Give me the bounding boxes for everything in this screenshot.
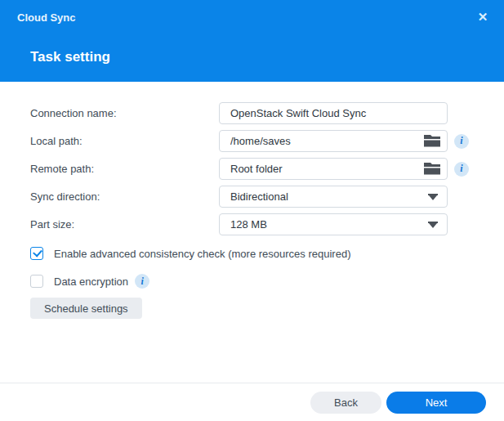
consistency-check-label: Enable advanced consistency check (more … bbox=[54, 248, 350, 260]
data-encryption-label: Data encryption bbox=[54, 275, 128, 288]
back-button[interactable]: Back bbox=[310, 392, 381, 414]
sync-direction-label: Sync direction: bbox=[30, 190, 219, 203]
connection-name-field-wrap bbox=[219, 102, 448, 124]
consistency-check-checkbox[interactable] bbox=[30, 247, 43, 260]
connection-name-input[interactable] bbox=[220, 107, 447, 119]
next-button[interactable]: Next bbox=[386, 392, 486, 414]
remote-path-input[interactable] bbox=[220, 163, 447, 175]
data-encryption-row: Data encryption i bbox=[30, 274, 149, 289]
sync-direction-value: Bidirectional bbox=[220, 190, 288, 203]
consistency-check-row: Enable advanced consistency check (more … bbox=[30, 246, 350, 261]
local-path-label: Local path: bbox=[30, 135, 219, 147]
connection-name-label: Connection name: bbox=[30, 107, 219, 119]
remote-path-browse-button[interactable] bbox=[421, 161, 443, 177]
cloud-sync-dialog: Cloud Sync ✕ Task setting Connection nam… bbox=[0, 0, 504, 421]
folder-icon bbox=[423, 134, 441, 150]
part-size-value: 128 MB bbox=[220, 218, 267, 231]
part-size-row: Part size: 128 MB bbox=[30, 213, 448, 235]
connection-name-row: Connection name: bbox=[30, 102, 448, 124]
part-size-label: Part size: bbox=[30, 218, 219, 231]
local-path-browse-button[interactable] bbox=[421, 133, 443, 150]
footer-divider bbox=[0, 383, 504, 383]
app-title: Cloud Sync bbox=[17, 11, 76, 24]
remote-path-row: Remote path: i bbox=[30, 158, 469, 180]
dialog-header: Cloud Sync ✕ Task setting bbox=[0, 0, 504, 82]
schedule-settings-button[interactable]: Schedule settings bbox=[30, 298, 142, 319]
local-path-field-wrap bbox=[219, 130, 448, 152]
remote-path-field-wrap bbox=[219, 158, 448, 180]
folder-icon bbox=[423, 162, 441, 177]
part-size-select[interactable]: 128 MB bbox=[219, 213, 448, 235]
remote-path-info-icon[interactable]: i bbox=[454, 162, 469, 177]
local-path-row: Local path: i bbox=[30, 130, 469, 152]
chevron-down-icon bbox=[429, 223, 437, 228]
sync-direction-row: Sync direction: Bidirectional bbox=[30, 186, 448, 208]
data-encryption-info-icon[interactable]: i bbox=[135, 274, 149, 289]
page-title: Task setting bbox=[30, 49, 110, 65]
local-path-input[interactable] bbox=[220, 135, 447, 147]
local-path-info-icon[interactable]: i bbox=[454, 134, 469, 149]
sync-direction-select[interactable]: Bidirectional bbox=[219, 186, 448, 208]
chevron-down-icon bbox=[429, 195, 437, 200]
close-icon[interactable]: ✕ bbox=[475, 9, 491, 25]
remote-path-label: Remote path: bbox=[30, 163, 219, 175]
data-encryption-checkbox[interactable] bbox=[30, 275, 43, 288]
